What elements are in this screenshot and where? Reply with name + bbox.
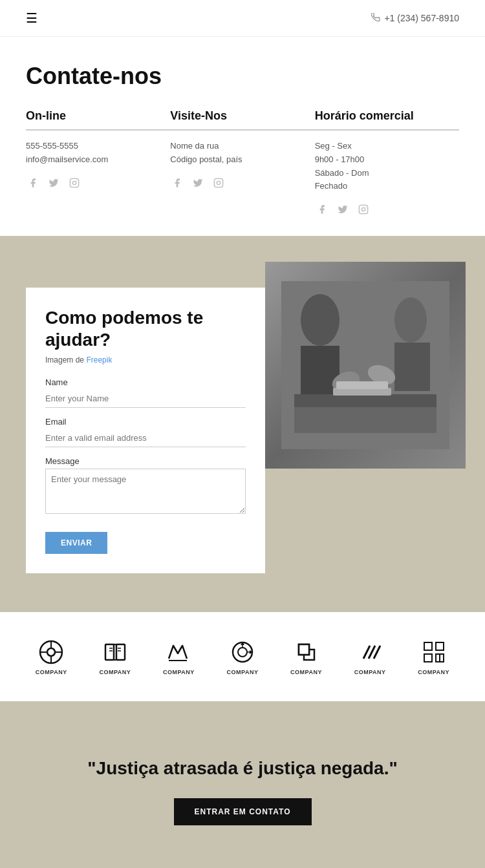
logo-7-icon xyxy=(420,638,448,666)
svg-rect-48 xyxy=(424,642,432,650)
col-visit-postal: Código postal, país xyxy=(170,153,314,167)
contact-col-hours: Horário comercial Seg - Sex 9h00 - 17h00… xyxy=(315,109,459,217)
submit-button[interactable]: ENVIAR xyxy=(45,532,107,554)
message-input[interactable] xyxy=(45,469,246,514)
col-hours-social xyxy=(315,202,459,217)
col-hours-divider xyxy=(315,129,459,131)
message-label: Message xyxy=(45,456,246,466)
logo-2[interactable]: COMPANY xyxy=(99,638,131,675)
email-field-group: Email xyxy=(45,417,246,447)
facebook-icon-2[interactable] xyxy=(170,176,184,190)
logo-3[interactable]: COMPANY xyxy=(163,638,195,675)
svg-point-8 xyxy=(365,207,366,207)
hero-image xyxy=(265,262,466,469)
svg-point-4 xyxy=(217,181,221,184)
logos-section: COMPANY COMPANY COMPANY xyxy=(0,612,485,701)
col-visit-divider xyxy=(170,129,314,131)
contact-section: Contate-nos On-line 555-555-5555 info@ma… xyxy=(0,37,485,236)
col-visit-social xyxy=(170,176,314,190)
svg-rect-19 xyxy=(336,381,388,389)
phone-icon xyxy=(371,13,380,24)
logo-2-icon xyxy=(101,638,129,666)
svg-rect-6 xyxy=(359,206,367,214)
logo-5-icon xyxy=(292,638,321,666)
twitter-icon[interactable] xyxy=(47,176,61,190)
logo-7-label: COMPANY xyxy=(418,669,449,675)
col-online-heading: On-line xyxy=(26,109,170,123)
svg-rect-27 xyxy=(116,644,125,660)
svg-point-36 xyxy=(238,648,247,657)
phone-area: +1 (234) 567-8910 xyxy=(371,13,459,24)
svg-rect-16 xyxy=(294,394,436,407)
twitter-icon-3[interactable] xyxy=(336,202,350,217)
form-heading: Como podemos te ajudar? xyxy=(45,307,246,350)
col-hours-weekday-time: 9h00 - 17h00 xyxy=(315,153,459,167)
hamburger-menu[interactable]: ☰ xyxy=(26,10,38,26)
email-label: Email xyxy=(45,417,246,427)
facebook-icon[interactable] xyxy=(26,176,40,190)
logo-7[interactable]: COMPANY xyxy=(418,638,449,675)
instagram-icon[interactable] xyxy=(67,176,81,190)
logo-6[interactable]: COMPANY xyxy=(354,638,386,675)
svg-rect-0 xyxy=(70,178,78,187)
col-hours-heading: Horário comercial xyxy=(315,109,459,123)
logo-1-icon xyxy=(37,638,65,666)
logo-1[interactable]: COMPANY xyxy=(36,638,67,675)
col-online-email: info@mailservice.com xyxy=(26,153,170,167)
col-online-social xyxy=(26,176,170,190)
email-input[interactable] xyxy=(45,429,246,447)
facebook-icon-3[interactable] xyxy=(315,202,329,217)
phone-number: +1 (234) 567-8910 xyxy=(384,13,459,23)
quote-text: "Justiça atrasada é justiça negada." xyxy=(87,758,397,779)
svg-rect-50 xyxy=(424,654,432,662)
col-hours-weekend: Sábado - Dom xyxy=(315,167,459,180)
svg-rect-49 xyxy=(436,642,444,650)
logo-6-icon xyxy=(356,638,384,666)
svg-point-21 xyxy=(47,648,55,656)
hero-image-placeholder xyxy=(265,262,466,469)
svg-rect-26 xyxy=(105,644,114,660)
contact-col-visit: Visite-Nos Nome da rua Código postal, pa… xyxy=(170,109,314,217)
message-field-group: Message xyxy=(45,456,246,516)
contact-button[interactable]: ENTRAR EM CONTATO xyxy=(174,798,312,825)
svg-point-2 xyxy=(76,180,77,180)
svg-rect-3 xyxy=(215,178,223,187)
col-visit-heading: Visite-Nos xyxy=(170,109,314,123)
name-input[interactable] xyxy=(45,390,246,408)
instagram-icon-2[interactable] xyxy=(211,176,226,190)
image-credit: Imagem de Freepik xyxy=(45,355,246,365)
svg-point-12 xyxy=(394,297,427,343)
svg-point-5 xyxy=(221,180,221,180)
svg-rect-13 xyxy=(394,343,430,391)
logo-3-label: COMPANY xyxy=(163,669,195,675)
col-hours-weekdays: Seg - Sex xyxy=(315,140,459,153)
header: ☰ +1 (234) 567-8910 xyxy=(0,0,485,37)
quote-section: "Justiça atrasada é justiça negada." ENT… xyxy=(0,701,485,868)
svg-point-10 xyxy=(301,294,339,346)
name-field-group: Name xyxy=(45,377,246,408)
logo-6-label: COMPANY xyxy=(354,669,386,675)
logo-5[interactable]: COMPANY xyxy=(290,638,322,675)
col-hours-closed: Fechado xyxy=(315,180,459,193)
logo-3-icon xyxy=(164,638,193,666)
col-online-divider xyxy=(26,129,170,131)
freepik-link[interactable]: Freepik xyxy=(86,355,112,365)
twitter-icon-2[interactable] xyxy=(191,176,205,190)
form-section: Como podemos te ajudar? Imagem de Freepi… xyxy=(0,236,485,612)
logo-4-label: COMPANY xyxy=(227,669,259,675)
contact-col-online: On-line 555-555-5555 info@mailservice.co… xyxy=(26,109,170,217)
svg-rect-52 xyxy=(440,654,444,662)
col-online-phone: 555-555-5555 xyxy=(26,140,170,153)
svg-point-7 xyxy=(361,208,365,211)
svg-point-1 xyxy=(72,181,76,184)
svg-rect-43 xyxy=(299,644,309,655)
logo-1-label: COMPANY xyxy=(36,669,67,675)
logo-4[interactable]: COMPANY xyxy=(227,638,259,675)
col-visit-street: Nome da rua xyxy=(170,140,314,153)
page-title: Contate-nos xyxy=(26,63,459,90)
name-label: Name xyxy=(45,377,246,387)
logo-2-label: COMPANY xyxy=(99,669,131,675)
instagram-icon-3[interactable] xyxy=(356,202,371,217)
logo-5-label: COMPANY xyxy=(290,669,322,675)
logo-4-icon xyxy=(228,638,257,666)
